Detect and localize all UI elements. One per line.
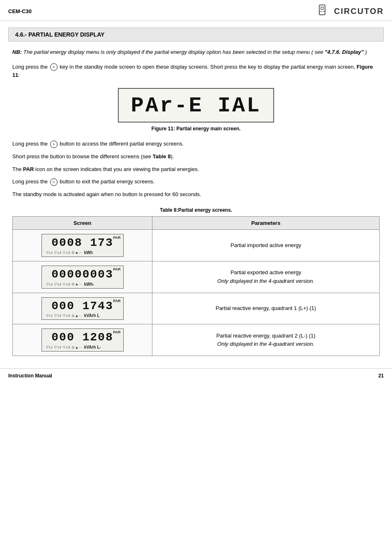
phase-lbl-L3-2: L3 <box>66 314 70 317</box>
nb-text-after: ) <box>365 49 367 55</box>
phase-lbl-L3-0: L3 <box>66 251 70 254</box>
content-area: NB: The partial energy display menu is o… <box>0 48 392 356</box>
unit-span-1: kWh- <box>84 282 94 287</box>
section-title: 4.6.- PARTIAL ENERGY DISPLAY <box>15 31 104 38</box>
table-row: PAR000 1743▽L1 ▽L2 ▽L3 ⊙▲···kVArh LParti… <box>13 293 380 324</box>
screen-cell-1: PAR00000003▽L1 ▽L2 ▽L3 ⊙▲···kWh- <box>13 261 152 293</box>
phase-lbl-L1-0: L1 <box>49 251 53 254</box>
mini-digits-2: 000 1743 <box>46 300 119 313</box>
phase-tri-L3-3: ▽ <box>63 345 65 349</box>
circle-key-icon-1 <box>50 63 58 71</box>
phase-lbl-L1-2: L1 <box>49 314 53 317</box>
body-para-6: The standby mode is activated again when… <box>12 190 380 199</box>
svg-rect-1 <box>321 7 323 9</box>
mini-digits-1: 00000003 <box>46 268 119 281</box>
phase-tri-L1-2: ▽ <box>46 314 48 317</box>
param-cell-3: Partial reactive energy, quadrant 2 (L-)… <box>152 324 380 356</box>
svg-rect-0 <box>319 5 325 15</box>
section-header: 4.6.- PARTIAL ENERGY DISPLAY <box>8 28 384 42</box>
par-label-2: PAR <box>113 299 120 303</box>
logo-container: CIRCUTOR <box>318 4 384 18</box>
par-label-0: PAR <box>113 236 120 240</box>
mini-digits-3: 000 1208 <box>46 331 119 344</box>
param-cell-2: Partial reactive energy, quadrant 1 (L+)… <box>152 293 380 324</box>
table-row: PAR0008 173▽L1 ▽L2 ▽L3 ⊙▲···kWhPartial i… <box>13 230 380 261</box>
energy-table: Screen Parameters PAR0008 173▽L1 ▽L2 ▽L3… <box>12 216 380 356</box>
phase-lbl-L3-3: L3 <box>66 345 70 349</box>
body-para-3: Short press the button to browse the dif… <box>12 153 380 161</box>
phase-tri-L1-0: ▽ <box>46 251 48 254</box>
page-footer: Instruction Manual 21 <box>0 368 392 383</box>
phase-tri-L2-0: ▽ <box>54 251 57 254</box>
sym-span-1: ⊙▲··· <box>71 282 81 286</box>
body-para-2: Long press the button to access the diff… <box>12 140 380 148</box>
sym-span-2: ⊙▲··· <box>71 314 81 318</box>
param-line1-1: Partial exported active energy <box>231 269 301 275</box>
logo-text: CIRCUTOR <box>334 7 384 16</box>
phase-lbl-L3-1: L3 <box>66 282 70 286</box>
nb-paragraph: NB: The partial energy display menu is o… <box>12 48 380 56</box>
figure-caption: Figure 11: Partial energy main screen. <box>12 126 380 132</box>
param-line1-3: Partial reactive energy, quadrant 2 (L-)… <box>216 333 315 339</box>
circle-key-icon-2 <box>50 141 58 148</box>
phase-lbl-L2-3: L2 <box>58 345 61 349</box>
lcd-main-container: PAr-E IAL <box>12 88 380 123</box>
screen-cell-3: PAR000 1208▽L1 ▽L2 ▽L3 ⊙▲···kVArh L- <box>13 324 152 356</box>
param-line1-2: Partial reactive energy, quadrant 1 (L+)… <box>216 305 316 311</box>
phase-tri-L3-2: ▽ <box>63 314 65 317</box>
par-label-3: PAR <box>113 330 120 334</box>
phase-lbl-L2-2: L2 <box>58 314 61 317</box>
phase-tri-L2-2: ▽ <box>54 314 57 317</box>
mini-indicators-3: ▽L1 ▽L2 ▽L3 ⊙▲···kVArh L- <box>46 345 119 349</box>
lcd-main-display: PAr-E IAL <box>118 88 274 123</box>
table-row: PAR00000003▽L1 ▽L2 ▽L3 ⊙▲···kWh-Partial … <box>13 261 380 293</box>
unit-span-3: kVArh L- <box>84 345 101 349</box>
body-para-5: Long press the button to exit the partia… <box>12 178 380 186</box>
nb-text-before: The partial energy display menu is only … <box>23 49 325 55</box>
circle-key-icon-3 <box>50 178 58 186</box>
page-header: CEM-C30 CIRCUTOR <box>0 0 392 21</box>
body-para-1: Long press the key in the standby mode s… <box>12 63 380 80</box>
par-label-1: PAR <box>113 267 120 271</box>
table-caption: Table 8:Partial energy screens. <box>12 207 380 213</box>
body-para-4: The PAR icon on the screen indicates tha… <box>12 165 380 174</box>
phase-tri-L3-1: ▽ <box>63 282 65 286</box>
mini-indicators-2: ▽L1 ▽L2 ▽L3 ⊙▲···kVArh L <box>46 313 119 318</box>
param-line2-1: Only displayed in the 4-quadrant version… <box>217 278 314 284</box>
sym-span-0: ⊙▲··· <box>71 250 81 254</box>
table-row: PAR000 1208▽L1 ▽L2 ▽L3 ⊙▲···kVArh L-Part… <box>13 324 380 356</box>
page-header-title: CEM-C30 <box>8 8 32 14</box>
mini-indicators-1: ▽L1 ▽L2 ▽L3 ⊙▲···kWh- <box>46 282 119 287</box>
phase-tri-L3-0: ▽ <box>63 251 65 254</box>
param-cell-0: Partial imported active energy <box>152 230 380 261</box>
phase-lbl-L1-1: L1 <box>49 282 53 286</box>
phase-lbl-L1-3: L1 <box>49 345 53 349</box>
lcd-main-digits: PAr-E IAL <box>131 95 261 117</box>
logo-icon <box>318 4 332 18</box>
sym-span-3: ⊙▲··· <box>71 345 81 349</box>
phase-tri-L2-1: ▽ <box>54 282 57 286</box>
screen-cell-0: PAR0008 173▽L1 ▽L2 ▽L3 ⊙▲···kWh <box>13 230 152 261</box>
footer-right: 21 <box>378 373 384 379</box>
footer-left: Instruction Manual <box>8 373 52 379</box>
param-cell-1: Partial exported active energyOnly displ… <box>152 261 380 293</box>
nb-link: "4.7.6. Display" <box>325 49 364 55</box>
col-screen-header: Screen <box>13 217 152 230</box>
phase-tri-L2-3: ▽ <box>54 345 57 349</box>
nb-bold: NB: <box>12 49 22 55</box>
phase-tri-L1-3: ▽ <box>46 345 48 349</box>
phase-lbl-L2-1: L2 <box>58 282 61 286</box>
unit-span-2: kVArh L <box>84 313 100 318</box>
table-header-row: Screen Parameters <box>13 217 380 230</box>
phase-lbl-L2-0: L2 <box>58 251 61 254</box>
col-params-header: Parameters <box>152 217 380 230</box>
param-line1-0: Partial imported active energy <box>231 242 301 248</box>
unit-span-0: kWh <box>84 250 93 255</box>
screen-cell-2: PAR000 1743▽L1 ▽L2 ▽L3 ⊙▲···kVArh L <box>13 293 152 324</box>
phase-tri-L1-1: ▽ <box>46 282 48 286</box>
mini-digits-0: 0008 173 <box>46 237 119 250</box>
param-line2-3: Only displayed in the 4-quadrant version… <box>217 341 314 347</box>
mini-indicators-0: ▽L1 ▽L2 ▽L3 ⊙▲···kWh <box>46 250 119 255</box>
